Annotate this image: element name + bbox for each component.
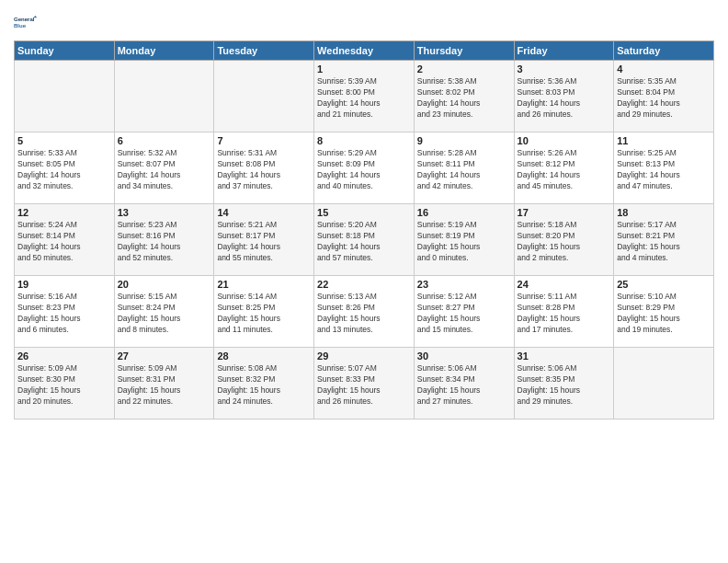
week-row-2: 12Sunrise: 5:24 AM Sunset: 8:14 PM Dayli…: [15, 204, 714, 276]
day-number: 12: [17, 207, 111, 218]
calendar-cell: 22Sunrise: 5:13 AM Sunset: 8:26 PM Dayli…: [314, 276, 415, 348]
cell-content: Sunrise: 5:32 AM Sunset: 8:07 PM Dayligh…: [118, 148, 211, 192]
week-row-0: 1Sunrise: 5:39 AM Sunset: 8:00 PM Daylig…: [15, 61, 714, 132]
calendar-cell: 20Sunrise: 5:15 AM Sunset: 8:24 PM Dayli…: [114, 276, 214, 348]
weekday-header-thursday: Thursday: [414, 41, 514, 61]
calendar-cell: 3Sunrise: 5:36 AM Sunset: 8:03 PM Daylig…: [514, 61, 614, 132]
calendar-cell: 9Sunrise: 5:28 AM Sunset: 8:11 PM Daylig…: [414, 132, 514, 204]
cell-content: Sunrise: 5:20 AM Sunset: 8:18 PM Dayligh…: [317, 220, 411, 264]
day-number: 30: [417, 350, 511, 362]
cell-content: Sunrise: 5:16 AM Sunset: 8:23 PM Dayligh…: [17, 292, 111, 336]
weekday-header-saturday: Saturday: [614, 41, 714, 61]
day-number: 8: [317, 135, 411, 146]
cell-content: Sunrise: 5:28 AM Sunset: 8:11 PM Dayligh…: [417, 148, 511, 192]
day-number: 23: [417, 279, 511, 290]
day-number: 14: [217, 207, 311, 218]
calendar-cell: 23Sunrise: 5:12 AM Sunset: 8:27 PM Dayli…: [414, 276, 514, 348]
weekday-header-tuesday: Tuesday: [214, 41, 314, 61]
calendar-cell: 29Sunrise: 5:07 AM Sunset: 8:33 PM Dayli…: [314, 348, 415, 419]
calendar-cell: 30Sunrise: 5:06 AM Sunset: 8:34 PM Dayli…: [414, 348, 514, 419]
calendar-cell: 18Sunrise: 5:17 AM Sunset: 8:21 PM Dayli…: [614, 204, 714, 276]
calendar-cell: 12Sunrise: 5:24 AM Sunset: 8:14 PM Dayli…: [15, 204, 115, 276]
cell-content: Sunrise: 5:31 AM Sunset: 8:08 PM Dayligh…: [217, 148, 311, 192]
day-number: 6: [118, 135, 211, 146]
cell-content: Sunrise: 5:36 AM Sunset: 8:03 PM Dayligh…: [518, 76, 611, 121]
cell-content: Sunrise: 5:23 AM Sunset: 8:16 PM Dayligh…: [118, 220, 211, 264]
day-number: 24: [518, 279, 611, 290]
day-number: 29: [317, 350, 411, 362]
weekday-header-sunday: Sunday: [15, 41, 115, 61]
calendar-cell: 11Sunrise: 5:25 AM Sunset: 8:13 PM Dayli…: [614, 132, 714, 204]
week-row-1: 5Sunrise: 5:33 AM Sunset: 8:05 PM Daylig…: [15, 132, 714, 204]
calendar-cell: 17Sunrise: 5:18 AM Sunset: 8:20 PM Dayli…: [514, 204, 614, 276]
cell-content: Sunrise: 5:21 AM Sunset: 8:17 PM Dayligh…: [217, 220, 311, 264]
calendar-cell: 25Sunrise: 5:10 AM Sunset: 8:29 PM Dayli…: [614, 276, 714, 348]
calendar-cell: 1Sunrise: 5:39 AM Sunset: 8:00 PM Daylig…: [314, 61, 415, 132]
cell-content: Sunrise: 5:17 AM Sunset: 8:21 PM Dayligh…: [617, 220, 711, 264]
day-number: 13: [118, 207, 211, 218]
calendar-cell: 27Sunrise: 5:09 AM Sunset: 8:31 PM Dayli…: [114, 348, 214, 419]
header: GeneralBlue: [14, 9, 714, 35]
cell-content: Sunrise: 5:13 AM Sunset: 8:26 PM Dayligh…: [317, 292, 411, 336]
calendar-cell: 10Sunrise: 5:26 AM Sunset: 8:12 PM Dayli…: [514, 132, 614, 204]
calendar-cell: 24Sunrise: 5:11 AM Sunset: 8:28 PM Dayli…: [514, 276, 614, 348]
calendar-cell: 7Sunrise: 5:31 AM Sunset: 8:08 PM Daylig…: [214, 132, 314, 204]
day-number: 9: [417, 135, 511, 146]
day-number: 25: [617, 279, 711, 290]
weekday-header-wednesday: Wednesday: [314, 41, 415, 61]
cell-content: Sunrise: 5:08 AM Sunset: 8:32 PM Dayligh…: [217, 363, 311, 408]
weekday-header-monday: Monday: [114, 41, 214, 61]
calendar-cell: 14Sunrise: 5:21 AM Sunset: 8:17 PM Dayli…: [214, 204, 314, 276]
calendar-cell: 2Sunrise: 5:38 AM Sunset: 8:02 PM Daylig…: [414, 61, 514, 132]
day-number: 11: [617, 135, 711, 146]
day-number: 28: [217, 350, 311, 362]
cell-content: Sunrise: 5:07 AM Sunset: 8:33 PM Dayligh…: [317, 363, 411, 408]
day-number: 26: [17, 350, 111, 362]
cell-content: Sunrise: 5:26 AM Sunset: 8:12 PM Dayligh…: [518, 148, 611, 192]
calendar-cell: 15Sunrise: 5:20 AM Sunset: 8:18 PM Dayli…: [314, 204, 415, 276]
weekday-header-friday: Friday: [514, 41, 614, 61]
cell-content: Sunrise: 5:09 AM Sunset: 8:31 PM Dayligh…: [118, 363, 211, 408]
calendar-cell: [114, 61, 214, 132]
day-number: 27: [118, 350, 211, 362]
cell-content: Sunrise: 5:25 AM Sunset: 8:13 PM Dayligh…: [617, 148, 711, 192]
day-number: 31: [518, 350, 611, 362]
cell-content: Sunrise: 5:29 AM Sunset: 8:09 PM Dayligh…: [317, 148, 411, 192]
weekday-header-row: SundayMondayTuesdayWednesdayThursdayFrid…: [15, 41, 714, 61]
day-number: 5: [17, 135, 111, 146]
calendar-cell: [15, 61, 115, 132]
calendar-cell: [614, 348, 714, 419]
cell-content: Sunrise: 5:14 AM Sunset: 8:25 PM Dayligh…: [217, 292, 311, 336]
cell-content: Sunrise: 5:15 AM Sunset: 8:24 PM Dayligh…: [118, 292, 211, 336]
calendar-cell: 13Sunrise: 5:23 AM Sunset: 8:16 PM Dayli…: [114, 204, 214, 276]
cell-content: Sunrise: 5:38 AM Sunset: 8:02 PM Dayligh…: [417, 76, 511, 121]
cell-content: Sunrise: 5:19 AM Sunset: 8:19 PM Dayligh…: [417, 220, 511, 264]
calendar-cell: 26Sunrise: 5:09 AM Sunset: 8:30 PM Dayli…: [15, 348, 115, 419]
calendar-cell: 19Sunrise: 5:16 AM Sunset: 8:23 PM Dayli…: [15, 276, 115, 348]
week-row-3: 19Sunrise: 5:16 AM Sunset: 8:23 PM Dayli…: [15, 276, 714, 348]
day-number: 16: [417, 207, 511, 218]
day-number: 20: [118, 279, 211, 290]
day-number: 10: [518, 135, 611, 146]
calendar-cell: 8Sunrise: 5:29 AM Sunset: 8:09 PM Daylig…: [314, 132, 415, 204]
calendar-cell: 6Sunrise: 5:32 AM Sunset: 8:07 PM Daylig…: [114, 132, 214, 204]
calendar-cell: 5Sunrise: 5:33 AM Sunset: 8:05 PM Daylig…: [15, 132, 115, 204]
day-number: 3: [518, 63, 611, 75]
day-number: 19: [17, 279, 111, 290]
cell-content: Sunrise: 5:18 AM Sunset: 8:20 PM Dayligh…: [518, 220, 611, 264]
cell-content: Sunrise: 5:06 AM Sunset: 8:35 PM Dayligh…: [518, 363, 611, 408]
day-number: 17: [518, 207, 611, 218]
cell-content: Sunrise: 5:33 AM Sunset: 8:05 PM Dayligh…: [17, 148, 111, 192]
cell-content: Sunrise: 5:11 AM Sunset: 8:28 PM Dayligh…: [518, 292, 611, 336]
calendar-cell: 31Sunrise: 5:06 AM Sunset: 8:35 PM Dayli…: [514, 348, 614, 419]
cell-content: Sunrise: 5:09 AM Sunset: 8:30 PM Dayligh…: [17, 363, 111, 408]
week-row-4: 26Sunrise: 5:09 AM Sunset: 8:30 PM Dayli…: [15, 348, 714, 419]
cell-content: Sunrise: 5:35 AM Sunset: 8:04 PM Dayligh…: [617, 76, 711, 121]
calendar-cell: [214, 61, 314, 132]
calendar-table: SundayMondayTuesdayWednesdayThursdayFrid…: [14, 40, 714, 419]
day-number: 2: [417, 63, 511, 75]
day-number: 22: [317, 279, 411, 290]
day-number: 7: [217, 135, 311, 146]
calendar-cell: 16Sunrise: 5:19 AM Sunset: 8:19 PM Dayli…: [414, 204, 514, 276]
cell-content: Sunrise: 5:06 AM Sunset: 8:34 PM Dayligh…: [417, 363, 511, 408]
